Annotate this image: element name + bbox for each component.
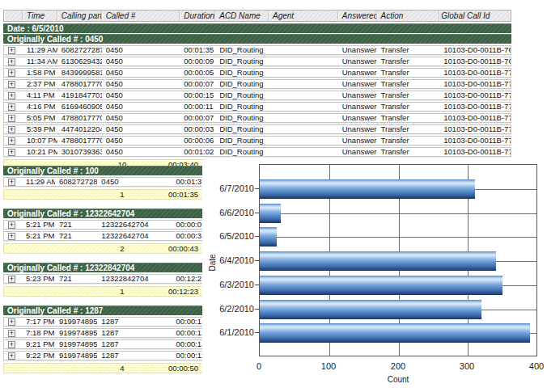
expand-row-button[interactable]: + <box>8 103 15 111</box>
group-summary-row: 100:12:23 <box>3 286 204 297</box>
cell-duration: 00:00:11 <box>172 352 206 360</box>
table-row: +10:21 PM3010739363045000:01:02DID_Routi… <box>3 147 511 157</box>
summary-spacer <box>4 190 102 199</box>
cell-duration: 00:00:03 <box>180 125 215 133</box>
x-tick-label: 0 <box>241 361 277 371</box>
expand-row-button[interactable]: + <box>8 341 15 348</box>
expand-row-button[interactable]: + <box>8 276 15 283</box>
cell-agent <box>269 114 338 122</box>
cell-called: 0450 <box>102 91 180 99</box>
group-section: Originally Called # : 12322842704+5:23 P… <box>3 263 207 297</box>
expand-row-button[interactable]: + <box>8 58 15 65</box>
cell-called: 12322842704 <box>97 275 172 283</box>
x-tick-label: 300 <box>449 361 485 371</box>
cell-action: Transfer <box>377 80 440 88</box>
x-axis-title: Count <box>374 375 422 384</box>
expand-row-button[interactable]: + <box>8 92 15 99</box>
cell-action: Transfer <box>377 69 440 77</box>
expand-row-button[interactable]: + <box>8 70 15 77</box>
cell-calling: 4788017770 <box>57 114 102 122</box>
group-summary-row: 100:01:35 <box>3 189 204 200</box>
expand-row-button[interactable]: + <box>8 318 15 326</box>
cell-action: Transfer <box>377 137 440 145</box>
cell-time: 10:07 PM <box>23 137 57 145</box>
cell-called: 1287 <box>97 318 172 326</box>
cell-time: 5:21 PM <box>22 221 55 229</box>
cell-duration: 00:00:09 <box>172 221 206 229</box>
expand-row-button[interactable]: + <box>8 137 15 145</box>
expand-cell: + <box>4 275 22 283</box>
cell-time: 4:11 PM <box>23 91 57 99</box>
expand-cell: + <box>4 91 23 99</box>
cell-action: Transfer <box>377 91 440 99</box>
chart-bar <box>260 300 481 319</box>
cell-gcid: 10103-D0-0011B-778 <box>439 125 511 133</box>
cell-duration: 00:12:23 <box>172 275 206 283</box>
cell-called: 0450 <box>102 148 180 156</box>
cell-duration: 00:00:11 <box>180 103 215 111</box>
cell-duration: 00:01:35 <box>172 178 206 186</box>
cell-called: 1287 <box>97 340 172 348</box>
column-header-acd-name: ACD Name <box>215 11 269 21</box>
expand-row-button[interactable]: + <box>8 81 15 88</box>
column-header-duration: Duration <box>180 11 215 21</box>
cell-gcid: 10103-D0-0011B-770 <box>439 69 511 77</box>
cell-duration: 00:00:07 <box>180 80 215 88</box>
summary-total-duration: 00:00:43 <box>142 244 203 253</box>
cell-answered: Unanswered <box>338 80 377 88</box>
gridline-horizontal <box>260 237 536 238</box>
group-section: Originally Called # : 1287+7:17 PM919974… <box>3 306 207 373</box>
expand-row-button[interactable]: + <box>8 233 15 240</box>
date-group-header: Date : 6/5/2010 <box>3 23 511 33</box>
group-header: Originally Called # : 100 <box>3 166 207 175</box>
cell-calling: 6130629432 <box>57 57 102 65</box>
expand-row-button[interactable]: + <box>8 115 15 122</box>
cell-calling: 8439999581 <box>57 69 102 77</box>
summary-call-count: 2 <box>102 244 142 253</box>
cell-time: 11:34 AM <box>23 57 57 65</box>
cell-duration: 00:00:06 <box>180 137 215 145</box>
expand-row-button[interactable]: + <box>8 179 15 186</box>
y-tick-label: 6/4/2010 <box>202 255 254 265</box>
cell-time: 1:58 PM <box>23 69 57 77</box>
group-section-0450: Originally Called # : 0450+11:29 AM60827… <box>3 34 511 170</box>
cell-calling: 3010739363 <box>57 148 102 156</box>
cell-duration: 00:00:09 <box>180 57 215 65</box>
cell-duration: 00:00:12 <box>172 329 206 337</box>
expand-row-button[interactable]: + <box>8 149 15 156</box>
expand-row-button[interactable]: + <box>8 330 15 337</box>
summary-call-count: 4 <box>102 364 142 373</box>
x-tick-label: 400 <box>519 361 547 371</box>
cell-calling: 4474012204 <box>57 125 102 133</box>
expand-cell: + <box>4 125 23 133</box>
expand-cell: + <box>4 137 23 145</box>
expand-cell: + <box>4 57 23 65</box>
cell-duration: 00:01:35 <box>180 46 215 54</box>
cell-time: 5:21 PM <box>22 232 55 240</box>
cell-called: 0450 <box>102 125 180 133</box>
group-header: Originally Called # : 1287 <box>3 306 207 315</box>
expand-row-button[interactable]: + <box>8 126 15 133</box>
expand-row-button[interactable]: + <box>8 221 15 229</box>
y-tick-label: 6/5/2010 <box>202 231 254 241</box>
table-row: +5:05 PM4788017770045000:00:07DID_Routin… <box>3 113 511 123</box>
cell-calling: 9199748952 <box>55 318 97 326</box>
cell-time: 7:17 PM <box>22 318 55 326</box>
chart-bar <box>260 323 530 343</box>
expand-row-button[interactable]: + <box>8 352 15 360</box>
cell-acd: DID_Routing <box>215 46 269 54</box>
table-row: +5:21 PM7211232264270400:00:09 <box>3 220 207 230</box>
cell-duration: 00:00:15 <box>180 91 215 99</box>
table-row: +9:22 PM9199748952128700:00:11 <box>3 351 207 360</box>
y-tick-label: 6/2/2010 <box>202 304 254 314</box>
cell-time: 5:23 PM <box>22 275 55 283</box>
cell-acd: DID_Routing <box>215 114 269 122</box>
cell-answered: Unanswered <box>338 57 377 65</box>
cell-acd: DID_Routing <box>215 103 269 111</box>
expand-cell: + <box>4 148 23 156</box>
report-page: TimeCalling party #Called #DurationACD N… <box>0 0 547 392</box>
cell-gcid: 10103-D0-0011B-773 <box>439 103 511 111</box>
cell-duration: 00:00:07 <box>180 114 215 122</box>
column-header-time: Time <box>23 11 57 21</box>
expand-row-button[interactable]: + <box>8 47 15 54</box>
